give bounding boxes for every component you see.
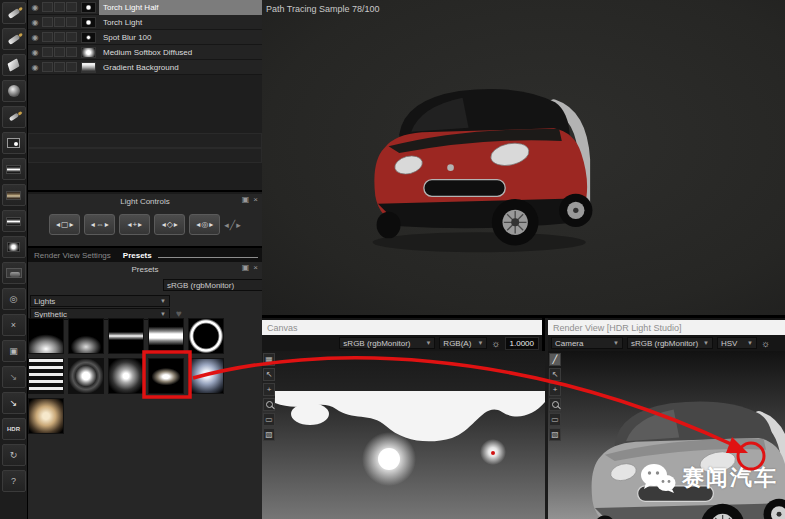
select-cursor-icon[interactable]: ↖ (549, 368, 561, 381)
torch-light-2-icon[interactable] (2, 28, 26, 50)
light-row-gradient-background[interactable]: ◉ Gradient Background (28, 60, 262, 75)
toggle-icon[interactable] (66, 32, 77, 42)
render-view-title-bar[interactable]: Render View [HDR Light Studio] (548, 320, 785, 335)
ball-light-icon[interactable] (2, 80, 26, 102)
category-dropdown[interactable]: Lights ▼ (30, 295, 170, 307)
canvas-tools: ▦ ↖ + ▭ ▧ (263, 353, 275, 441)
export-arrow-icon[interactable]: ↘ (2, 392, 26, 414)
rv-colorspace-dropdown[interactable]: sRGB (rgbMonitor) ▼ (627, 337, 713, 349)
light-row-torch-light[interactable]: ◉ Torch Light (28, 15, 262, 30)
chevron-down-icon: ▼ (160, 311, 166, 317)
preset-thumb-donut[interactable] (68, 358, 104, 394)
fit-view-icon[interactable]: ▧ (549, 428, 561, 441)
toggle-icon[interactable] (42, 32, 53, 42)
image-softbox-icon[interactable] (2, 184, 26, 206)
chevron-down-icon: ▼ (703, 340, 709, 346)
hdr-reload-icon[interactable]: ↻ (2, 444, 26, 466)
canvas-colorspace-dropdown[interactable]: sRGB (rgbMonitor) ▼ (339, 337, 435, 349)
fit-view-icon[interactable]: ▧ (263, 428, 275, 441)
toggle-icon[interactable] (66, 47, 77, 57)
square-softbox-icon[interactable] (2, 236, 26, 258)
light-row-spot-blur[interactable]: ◉ Spot Blur 100 (28, 30, 262, 45)
float-button[interactable]: ▣ (242, 263, 250, 272)
float-button[interactable]: ▣ (242, 195, 250, 204)
import-arrow-icon[interactable]: ↘ (2, 366, 26, 388)
main-render-viewport[interactable]: Path Tracing Sample 78/100 (262, 0, 785, 318)
exposure-gear-icon[interactable]: ☼ (491, 338, 500, 349)
toggle-icon[interactable] (54, 17, 65, 27)
panel-light-icon[interactable] (2, 132, 26, 154)
preset-thumb-blue-glow[interactable] (188, 358, 224, 394)
tilted-softbox-icon[interactable] (2, 54, 26, 76)
toggle-icon[interactable] (54, 32, 65, 42)
help-icon[interactable]: ? (2, 470, 26, 492)
preset-thumb-dome[interactable] (28, 318, 64, 354)
arrow-left-icon: ◂ (127, 220, 131, 229)
canvas-toolbar: sRGB (rgbMonitor) ▼ RGB(A) ▼ ☼ 1.0000 (262, 335, 542, 351)
preset-thumb-warm-glow[interactable] (28, 398, 64, 434)
light-thumb-icon (81, 17, 96, 28)
move-control-button[interactable]: ◂+▸ (119, 214, 150, 235)
camera-dropdown[interactable]: Camera ▼ (551, 337, 623, 349)
light-row-medium-softbox[interactable]: ◉ Medium Softbox Diffused (28, 45, 262, 60)
torch-light-icon[interactable] (2, 2, 26, 24)
width-icon: ⇔ (96, 220, 104, 229)
slider-control[interactable]: ◂╱▸ (224, 214, 240, 235)
toggle-icon[interactable] (42, 62, 53, 72)
preset-thumb-stripes[interactable] (28, 358, 64, 394)
strip-softbox-icon[interactable] (2, 158, 26, 180)
toggle-icon[interactable] (42, 47, 53, 57)
toggle-icon[interactable] (54, 2, 65, 12)
preset-thumb-oval-glow-selected[interactable] (148, 358, 184, 394)
enable-icon[interactable]: ◉ (28, 62, 42, 73)
enable-icon[interactable]: ◉ (28, 47, 42, 58)
tab-render-view-settings[interactable]: Render View Settings (28, 251, 117, 260)
move-along-path-button[interactable]: ◂▢▸ (49, 214, 80, 235)
close-button[interactable]: × (253, 263, 258, 272)
pan-hand-icon[interactable]: + (263, 383, 275, 396)
toggle-icon[interactable] (66, 62, 77, 72)
delete-icon[interactable]: × (2, 314, 26, 336)
preset-thumb-dome-soft[interactable] (68, 318, 104, 354)
canvas-channels-dropdown[interactable]: RGB(A) ▼ (439, 337, 487, 349)
preset-thumb-bar-thick[interactable] (148, 318, 184, 354)
close-button[interactable]: × (253, 195, 258, 204)
preset-thumb-bar-thin[interactable] (108, 318, 144, 354)
hdr-map-icon[interactable]: HDR (2, 418, 26, 440)
rotate-control-button[interactable]: ◂◇▸ (154, 214, 185, 235)
exposure-value[interactable]: 1.0000 (505, 337, 539, 350)
light-paint-brush-icon[interactable]: ╱ (549, 353, 561, 366)
zoom-icon[interactable] (263, 398, 275, 411)
atom-light-icon[interactable]: ◎ (2, 288, 26, 310)
preset-thumb-ring[interactable] (188, 318, 224, 354)
width-control-button[interactable]: ◂⇔▸ (84, 214, 115, 235)
display-mode-dropdown[interactable]: HSV ▼ (717, 337, 757, 349)
strip-softbox-2-icon[interactable] (2, 210, 26, 232)
toggle-icon[interactable] (66, 17, 77, 27)
spot-light-icon[interactable] (2, 106, 26, 128)
select-cursor-icon[interactable]: ↖ (263, 368, 275, 381)
enable-icon[interactable]: ◉ (28, 17, 42, 28)
snapshot-icon[interactable] (2, 262, 26, 284)
light-row-torch-light-half[interactable]: ◉ Torch Light Half (28, 0, 262, 15)
preset-thumb-glow[interactable] (108, 358, 144, 394)
enable-icon[interactable]: ◉ (28, 2, 42, 13)
canvas-title-bar[interactable]: Canvas (262, 320, 542, 335)
rv-gear-icon[interactable]: ☼ (761, 338, 770, 349)
annotate-icon[interactable]: ▭ (549, 413, 561, 426)
annotate-icon[interactable]: ▭ (263, 413, 275, 426)
red-car-render (262, 0, 785, 318)
toggle-icon[interactable] (66, 2, 77, 12)
toggle-icon[interactable] (54, 62, 65, 72)
scale-control-button[interactable]: ◂◎▸ (189, 214, 220, 235)
enable-icon[interactable]: ◉ (28, 32, 42, 43)
toggle-icon[interactable] (42, 2, 53, 12)
grid-move-icon[interactable]: ▦ (263, 353, 275, 366)
toggle-icon[interactable] (42, 17, 53, 27)
duplicate-icon[interactable]: ▣ (2, 340, 26, 362)
zoom-icon[interactable] (549, 398, 561, 411)
canvas-viewport[interactable] (262, 351, 542, 519)
tab-presets[interactable]: Presets (117, 251, 158, 260)
toggle-icon[interactable] (54, 47, 65, 57)
pan-hand-icon[interactable]: + (549, 383, 561, 396)
